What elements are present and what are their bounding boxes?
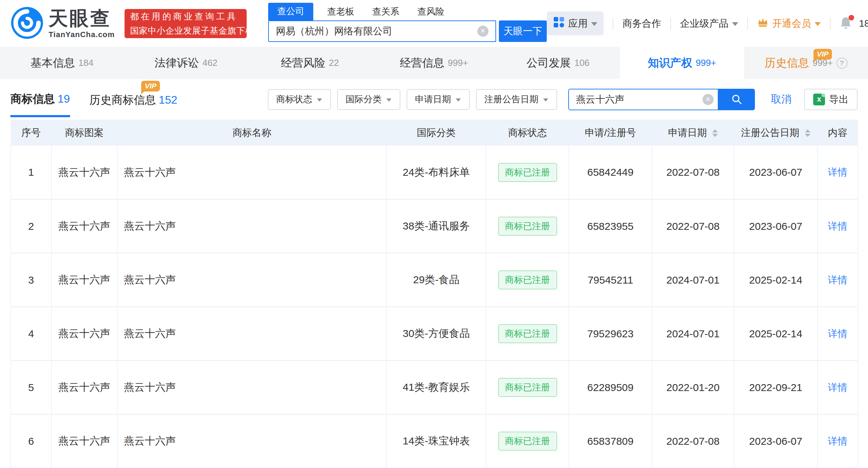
open-membership-label: 开通会员 [772,17,811,30]
cell-status: 商标已注册 [486,307,569,361]
cell-content: 详情 [817,146,858,199]
cell-registration-number: 65823955 [569,199,652,253]
open-membership-menu[interactable]: 开通会员 [757,17,821,30]
tab-label: 基本信息 [31,55,75,71]
detail-link[interactable]: 详情 [828,275,848,285]
filter-registration-announce-date[interactable]: 注册公告日期 [476,89,557,110]
tianyancha-logo[interactable]: 天眼查 TianYanCha.com [10,6,115,41]
tab-intellectual-property[interactable]: 知识产权 999+ [620,47,744,79]
help-icon[interactable]: ? [836,58,848,69]
tab-count: 462 [202,58,217,68]
account-phone: 186*... [859,18,868,29]
cell-registration-number: 79545211 [569,253,652,307]
search-tab-risk[interactable]: 查风险 [417,6,444,20]
trademark-name[interactable]: 燕云十六声 [117,307,386,361]
subtab-history-trademark-info[interactable]: VIP 历史商标信息 152 [90,83,177,116]
tab-operating-info[interactable]: 经营信息 999+ [372,47,496,79]
col-serial: 序号 [11,120,51,146]
detail-link[interactable]: 详情 [828,382,848,393]
company-search-input[interactable] [268,20,496,42]
trademark-image[interactable]: 燕云十六声 [51,361,117,414]
cell-registration-number: 62289509 [569,361,652,414]
detail-link[interactable]: 详情 [828,328,848,339]
cell-announce-date: 2023-06-07 [734,146,817,199]
cell-serial: 6 [11,414,51,468]
cell-apply-date: 2022-07-08 [652,414,734,468]
trademark-image[interactable]: 燕云十六声 [51,307,117,361]
subtab-trademark-info[interactable]: 商标信息 19 [10,82,70,117]
tab-company-development[interactable]: 公司发展 106 [496,47,620,79]
chevron-down-icon [317,98,322,102]
tab-operating-risk[interactable]: 经营风险 22 [248,47,372,79]
col-international-class: 国际分类 [386,120,486,146]
cell-international-class: 38类-通讯服务 [386,199,486,253]
trademark-image[interactable]: 燕云十六声 [51,253,117,307]
export-button[interactable]: x 导出 [804,89,858,110]
sort-icon [712,129,718,137]
tab-history-info[interactable]: VIP 历史信息 999+ ? [744,47,868,79]
trademark-image[interactable]: 燕云十六声 [51,199,117,253]
tab-label: 历史信息 [765,55,809,71]
trademark-name[interactable]: 燕云十六声 [117,146,386,199]
detail-link[interactable]: 详情 [828,436,848,447]
status-badge: 商标已注册 [498,270,557,289]
divider [830,18,831,29]
tab-count: 999+ [696,58,716,68]
export-label: 导出 [829,93,849,106]
search-tab-company[interactable]: 查公司 [268,3,313,20]
trademark-name[interactable]: 燕云十六声 [117,361,386,414]
clear-trademark-search-icon[interactable]: × [703,94,714,105]
detail-link[interactable]: 详情 [828,167,848,177]
apps-menu[interactable]: 应用 [547,11,604,35]
table-row: 4 燕云十六声 燕云十六声 30类-方便食品 商标已注册 79529623 20… [11,307,858,361]
notification-bell[interactable] [840,16,852,31]
trademark-name[interactable]: 燕云十六声 [117,199,386,253]
status-badge: 商标已注册 [498,163,557,182]
tab-basic-info[interactable]: 基本信息 184 [0,47,124,79]
trademark-table: 序号 商标图案 商标名称 国际分类 商标状态 申请/注册号 申请日期 注册公告日… [10,120,858,468]
cell-international-class: 14类-珠宝钟表 [386,414,486,468]
account-menu[interactable]: 186*... [859,18,868,29]
trademark-name[interactable]: 燕云十六声 [117,253,386,307]
business-cooperation-link[interactable]: 商务合作 [622,17,661,30]
crown-icon [757,17,769,30]
cell-serial: 3 [11,253,51,307]
cell-international-class: 29类-食品 [386,253,486,307]
cell-international-class: 41类-教育娱乐 [386,361,486,414]
enterprise-products-menu[interactable]: 企业级产品 [680,17,738,30]
search-type-tabs: 查公司 查老板 查关系 查风险 [268,5,547,20]
subtab-label: 商标信息 [10,92,55,107]
cell-announce-date: 2022-09-21 [734,361,817,414]
clear-search-icon[interactable]: × [477,26,488,37]
trademark-image[interactable]: 燕云十六声 [51,146,117,199]
detail-link[interactable]: 详情 [828,221,848,232]
filter-label: 申请日期 [415,93,451,105]
search-tab-relation[interactable]: 查关系 [372,6,399,20]
divider [670,18,671,29]
subtab-label: 历史商标信息 [90,93,156,108]
cell-apply-date: 2022-07-08 [652,199,734,253]
tianyan-search-button[interactable]: 天眼一下 [499,20,547,42]
status-badge: 商标已注册 [498,324,557,343]
col-trademark-image: 商标图案 [51,120,117,146]
cancel-link[interactable]: 取消 [771,92,792,106]
col-apply-date[interactable]: 申请日期 [652,120,734,146]
filter-international-class[interactable]: 国际分类 [337,89,400,110]
trademark-image[interactable]: 燕云十六声 [51,414,117,468]
chevron-down-icon [732,22,738,26]
banner-line2: 国家中小企业发展子基金旗下机构 [130,25,241,36]
company-section-tabs: 基本信息 184 法律诉讼 462 经营风险 22 经营信息 999+ 公司发展… [0,47,868,79]
cell-announce-date: 2025-02-14 [734,307,817,361]
filter-trademark-status[interactable]: 商标状态 [268,89,331,110]
cell-announce-date: 2023-06-07 [734,199,817,253]
trademark-search-button[interactable] [718,89,755,110]
trademark-name[interactable]: 燕云十六声 [117,414,386,468]
col-announce-date[interactable]: 注册公告日期 [734,120,817,146]
filter-label: 商标状态 [276,93,312,105]
search-tab-boss[interactable]: 查老板 [327,6,354,20]
filter-apply-date[interactable]: 申请日期 [407,89,470,110]
trademark-search-input[interactable] [568,89,718,110]
cell-content: 详情 [817,361,858,414]
status-badge: 商标已注册 [498,217,557,236]
tab-legal-litigation[interactable]: 法律诉讼 462 [124,47,248,79]
